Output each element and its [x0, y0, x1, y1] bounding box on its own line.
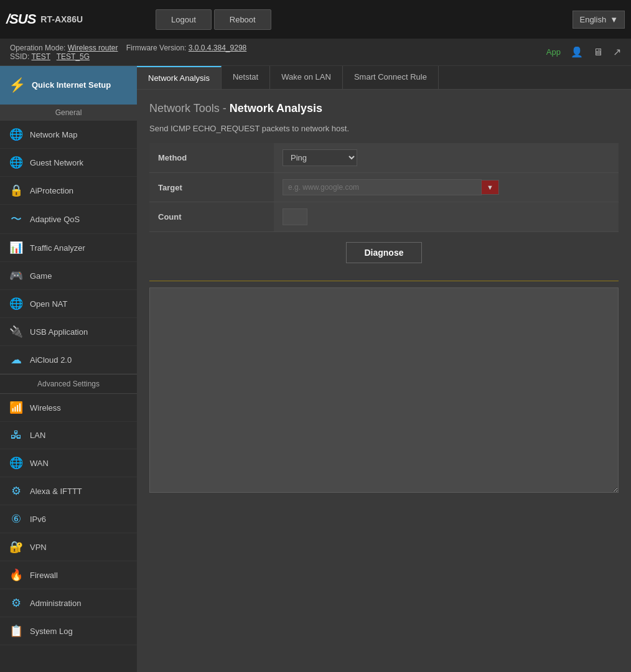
count-value-cell [274, 202, 619, 232]
reboot-button[interactable]: Reboot [214, 9, 271, 30]
target-dropdown-button[interactable]: ▼ [482, 180, 499, 195]
usb-icon: 🔌 [9, 325, 24, 338]
target-row: Target ▼ [149, 173, 619, 202]
main-layout: ⚡ Quick Internet Setup General 🌐 Network… [0, 66, 631, 672]
firmware-label: Firmware Version: [126, 44, 187, 52]
sidebar-item-label: VPN [30, 543, 47, 552]
info-bar-left: Operation Mode: Wireless router Firmware… [10, 44, 246, 61]
general-section-label: General [0, 105, 137, 121]
sidebar-item-game[interactable]: 🎮 Game [0, 262, 137, 290]
sidebar-item-open-nat[interactable]: 🌐 Open NAT [0, 290, 137, 318]
firewall-icon: 🔥 [9, 568, 24, 582]
quick-setup-label: Quick Internet Setup [32, 80, 111, 91]
sidebar-item-label: AiProtection [30, 186, 73, 195]
app-label[interactable]: App [546, 47, 561, 57]
sidebar-item-guest-network[interactable]: 🌐 Guest Network [0, 149, 137, 177]
logout-button[interactable]: Logout [156, 9, 212, 30]
diagnose-button[interactable]: Diagnose [346, 242, 421, 263]
target-label: Target [149, 173, 274, 202]
chevron-down-icon: ▼ [610, 15, 618, 24]
sidebar-item-label: IPv6 [30, 515, 46, 524]
sidebar-item-traffic-analyzer[interactable]: 📊 Traffic Analyzer [0, 234, 137, 262]
sidebar-item-wireless[interactable]: 📶 Wireless [0, 394, 137, 422]
sidebar-item-label: Network Map [30, 130, 78, 139]
page-title: Network Tools - Network Analysis [149, 102, 619, 115]
model-name: RT-AX86U [40, 14, 83, 24]
sidebar-item-aiprotection[interactable]: 🔒 AiProtection [0, 177, 137, 205]
sidebar: ⚡ Quick Internet Setup General 🌐 Network… [0, 66, 137, 672]
ssid-5g[interactable]: TEST_5G [57, 52, 90, 61]
aiprotection-icon: 🔒 [9, 184, 24, 197]
user-icon[interactable]: 👤 [571, 46, 583, 58]
sidebar-item-label: Open NAT [30, 299, 67, 309]
guest-network-icon: 🌐 [9, 156, 24, 169]
target-input-wrap: ▼ [283, 179, 610, 195]
wan-icon: 🌐 [9, 456, 24, 470]
game-icon: 🎮 [9, 269, 24, 282]
tab-smart-connect-rule[interactable]: Smart Connect Rule [343, 66, 439, 89]
tab-wake-on-lan[interactable]: Wake on LAN [270, 66, 343, 89]
form-table: Method Ping Traceroute NSLookup Target [149, 143, 619, 232]
system-log-icon: 📋 [9, 624, 24, 638]
operation-mode-label: Operation Mode: [10, 44, 65, 52]
quick-setup-item[interactable]: ⚡ Quick Internet Setup [0, 66, 137, 105]
sidebar-item-label: WAN [30, 459, 49, 468]
method-label: Method [149, 143, 274, 173]
tab-netstat[interactable]: Netstat [222, 66, 270, 89]
target-input[interactable] [283, 179, 482, 195]
sidebar-item-label: Game [30, 271, 52, 281]
ssid-2g[interactable]: TEST [31, 52, 50, 61]
sidebar-item-network-map[interactable]: 🌐 Network Map [0, 121, 137, 149]
lan-icon: 🖧 [9, 429, 24, 442]
firmware-value[interactable]: 3.0.0.4.384_9298 [189, 44, 246, 52]
open-nat-icon: 🌐 [9, 297, 24, 310]
sidebar-item-firewall[interactable]: 🔥 Firewall [0, 561, 137, 589]
output-area[interactable] [149, 287, 619, 493]
operation-mode-value[interactable]: Wireless router [68, 44, 118, 52]
sidebar-item-ipv6[interactable]: ⑥ IPv6 [0, 505, 137, 533]
page-description: Send ICMP ECHO_REQUEST packets to networ… [149, 124, 619, 133]
top-bar: /SUS RT-AX86U Logout Reboot English ▼ [0, 0, 631, 39]
sidebar-item-label: Traffic Analyzer [30, 243, 85, 253]
content-area: Network Analysis Netstat Wake on LAN Sma… [137, 66, 631, 672]
tabs-bar: Network Analysis Netstat Wake on LAN Sma… [137, 66, 631, 90]
tab-network-analysis[interactable]: Network Analysis [137, 66, 222, 89]
top-right: English ▼ [573, 11, 625, 29]
sidebar-item-aicloud[interactable]: ☁ AiCloud 2.0 [0, 346, 137, 374]
info-bar-right: App 👤 🖥 ↗ [546, 46, 621, 58]
share-icon[interactable]: ↗ [613, 46, 621, 58]
sidebar-item-usb-application[interactable]: 🔌 USB Application [0, 318, 137, 346]
sidebar-item-wan[interactable]: 🌐 WAN [0, 449, 137, 477]
sidebar-item-label: Wireless [30, 403, 61, 413]
sidebar-item-label: Alexa & IFTTT [30, 487, 82, 496]
sidebar-item-administration[interactable]: ⚙ Administration [0, 589, 137, 617]
output-divider [149, 281, 619, 281]
sidebar-item-label: System Log [30, 627, 73, 636]
sidebar-item-label: USB Application [30, 327, 88, 337]
sidebar-item-lan[interactable]: 🖧 LAN [0, 422, 137, 449]
info-bar: Operation Mode: Wireless router Firmware… [0, 39, 631, 66]
sidebar-item-label: Adaptive QoS [30, 215, 80, 224]
diagnose-button-wrap: Diagnose [149, 242, 619, 272]
sidebar-item-alexa[interactable]: ⚙ Alexa & IFTTT [0, 477, 137, 505]
method-select[interactable]: Ping Traceroute NSLookup [283, 149, 357, 166]
monitor-icon[interactable]: 🖥 [593, 47, 603, 58]
language-selector[interactable]: English ▼ [573, 11, 625, 29]
sidebar-item-label: Firewall [30, 571, 58, 580]
logo-area: /SUS RT-AX86U [6, 11, 143, 27]
method-value-cell: Ping Traceroute NSLookup [274, 143, 619, 173]
sidebar-item-system-log[interactable]: 📋 System Log [0, 617, 137, 645]
sidebar-item-vpn[interactable]: 🔐 VPN [0, 533, 137, 561]
vpn-icon: 🔐 [9, 540, 24, 554]
count-row: Count [149, 202, 619, 232]
count-input[interactable] [283, 208, 307, 225]
aicloud-icon: ☁ [9, 353, 24, 366]
network-map-icon: 🌐 [9, 128, 24, 141]
wireless-icon: 📶 [9, 401, 24, 414]
sidebar-item-adaptive-qos[interactable]: 〜 Adaptive QoS [0, 205, 137, 234]
count-label: Count [149, 202, 274, 232]
quick-setup-icon: ⚡ [9, 77, 26, 93]
page-content: Network Tools - Network Analysis Send IC… [137, 90, 631, 672]
ssid-label: SSID: [10, 52, 29, 61]
top-buttons: Logout Reboot [143, 9, 573, 30]
